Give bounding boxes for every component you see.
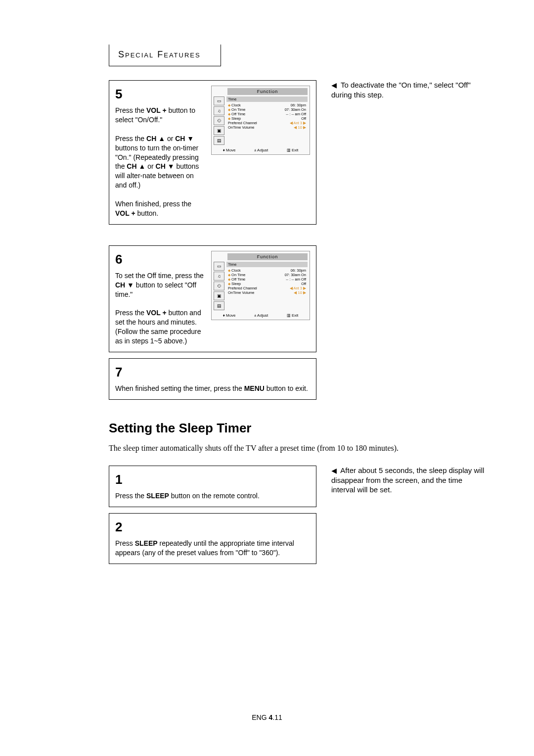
osd-foot-move: ♦ Move [223,148,236,152]
osd-icon-column-2: ▭ ♫ ⏲ ▣ ▤ [214,262,224,310]
step5-number: 5 [115,86,205,103]
osd-settings-icon: ▤ [214,136,224,145]
osd-screen-icon: ▣ [214,126,224,135]
step-s1-box: 1 Press the SLEEP button on the remote c… [109,466,316,507]
osd-content: Time ◆ Clock06: 30pm ◆ On Time07: 30am O… [226,96,308,145]
osd-row-sleep-2: ◆ SleepOff [226,282,308,286]
osd-footer: ♦ Move ± Adjust ▥ Exit [214,146,308,152]
osd-panel-2: Function ▭ ♫ ⏲ ▣ ▤ Time ◆ Clock06: 30pm … [211,251,310,320]
osd-row-ontime: ◆ On Time07: 30am On [226,107,308,112]
step7-number: 7 [115,364,310,381]
osd-row-offtime-2: ◆ Off Time-- : -- am Off [226,277,308,282]
osd-foot-exit-2: ▥ Exit [287,313,299,318]
osd-tv-icon-2: ▭ [214,262,224,271]
osd-function-label: Function [227,88,308,95]
osd-foot-move-2: ♦ Move [223,313,236,318]
step7-text: 7 When finished setting the timer, press… [115,364,310,393]
osd-time-header: Time [226,96,308,102]
step5-text: 5 Press the VOL + button to select "On/O… [115,86,205,218]
step5-osd: Function ▭ ♫ ⏲ ▣ ▤ Time ◆ Clock06: 30pm [211,86,310,218]
osd-row-ontime-2: ◆ On Time07: 30am On [226,273,308,277]
step5-row: 5 Press the VOL + button to select "On/O… [109,80,485,231]
note-arrow-icon: ▶ [331,81,337,90]
step6-p2: Press the VOL + button and set the hours… [115,308,205,346]
osd-row-offtime: ◆ Off Time-- : -- am Off [226,112,308,116]
step-s1-text: 1 Press the SLEEP button on the remote c… [115,471,310,501]
osd-panel: Function ▭ ♫ ⏲ ▣ ▤ Time ◆ Clock06: 30pm [211,86,310,155]
osd-music-icon-2: ♫ [214,272,224,281]
step6-p1: To set the Off time, press the CH ▼ butt… [115,271,205,299]
note2-text: After about 5 seconds, the sleep display… [331,466,484,494]
osd-row-channel: Prefered Channel◀ Ant 3 ▶ [226,121,308,125]
osd-clock-icon-2: ⏲ [214,282,224,290]
step6-number: 6 [115,251,205,268]
step5-p2: Press the CH ▲ or CH ▼ buttons to turn t… [115,134,205,190]
osd-foot-adjust-2: ± Adjust [254,313,268,318]
section-header-box: Special Features [109,45,221,66]
section-header-title: Special Features [118,49,201,60]
osd-clock-icon: ⏲ [214,116,224,125]
osd-row-clock-2: ◆ Clock06: 30pm [226,268,308,273]
osd-icon-column: ▭ ♫ ⏲ ▣ ▤ [214,96,224,145]
step6-osd: Function ▭ ♫ ⏲ ▣ ▤ Time ◆ Clock06: 30pm … [211,251,310,346]
osd-row-clock: ◆ Clock06: 30pm [226,103,308,107]
page-footer: ENG 4.11 [0,713,534,721]
osd-function-label-2: Function [227,253,308,260]
step-s2-number: 2 [115,519,310,536]
osd-settings-icon-2: ▤ [214,301,224,310]
step5-box: 5 Press the VOL + button to select "On/O… [109,80,316,225]
osd-row-channel-2: Prefered Channel◀ Ant 3 ▶ [226,286,308,290]
osd-row-volume-2: OnTime Volume◀ 10 ▶ [226,290,308,295]
step6-box: 6 To set the Off time, press the CH ▼ bu… [109,245,316,352]
step5-p3: When finished, press the VOL + button. [115,199,205,218]
osd-time-header-2: Time [226,262,308,267]
step5-note: ▶ To deactivate the "On time," select "O… [331,80,485,99]
sleep-steps-row: 1 Press the SLEEP button on the remote c… [109,466,485,570]
osd-footer-2: ♦ Move ± Adjust ▥ Exit [214,311,308,318]
osd-row-sleep: ◆ SleepOff [226,116,308,121]
osd-content-2: Time ◆ Clock06: 30pm ◆ On Time07: 30am O… [226,262,308,310]
sleep-timer-heading: Setting the Sleep Timer [109,421,485,436]
step7-box: 7 When finished setting the timer, press… [109,358,316,400]
step-s2-text: 2 Press SLEEP repeatedly until the appro… [115,519,310,558]
note1-text: To deactivate the "On time," select "Off… [331,81,471,99]
step-s1-p1: Press the SLEEP button on the remote con… [115,491,310,501]
osd-row-volume: OnTime Volume◀ 10 ▶ [226,125,308,130]
osd-foot-exit: ▥ Exit [287,148,299,152]
osd-foot-adjust: ± Adjust [254,148,268,152]
osd-tv-icon: ▭ [214,96,224,105]
note-arrow-icon-2: ▶ [331,466,337,475]
step-s2-box: 2 Press SLEEP repeatedly until the appro… [109,513,316,564]
step7-p1: When finished setting the timer, press t… [115,384,310,393]
osd-screen-icon-2: ▣ [214,291,224,300]
step-s2-p1: Press SLEEP repeatedly until the appropr… [115,539,310,558]
osd-music-icon: ♫ [214,106,224,115]
step5-p1: Press the VOL + button to select "On/Off… [115,106,205,125]
step6-text: 6 To set the Off time, press the CH ▼ bu… [115,251,205,346]
sleep-timer-intro: The sleep timer automatically shuts off … [109,443,485,454]
step-s1-number: 1 [115,471,310,488]
sleep-note: ▶ After about 5 seconds, the sleep displ… [331,466,485,495]
